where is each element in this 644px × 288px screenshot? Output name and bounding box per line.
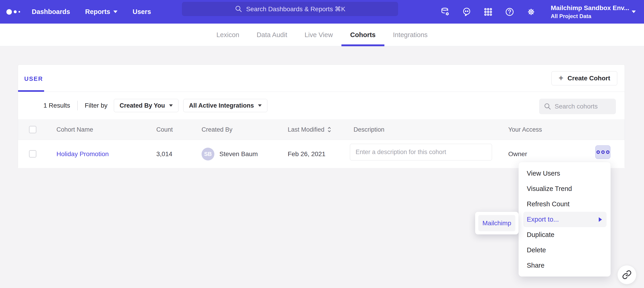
cohort-count: 3,014 [156,151,172,158]
nav-item-dashboards[interactable]: Dashboards [32,8,70,16]
project-scope: All Project Data [551,13,626,20]
tab-integrations-label: Integrations [393,31,428,39]
project-switcher[interactable]: Mailchimp Sandbox Env... All Project Dat… [551,4,626,20]
tab-live-view-label: Live View [305,31,333,39]
search-icon [544,103,552,110]
menu-item-delete[interactable]: Delete [518,242,611,258]
tab-integrations[interactable]: Integrations [393,24,428,46]
col-count-label: Count [156,126,173,133]
created-by-filter-dropdown[interactable]: Created By You [114,99,178,112]
access-value: Owner [508,151,527,158]
created-by-name: Steven Baum [220,151,258,158]
col-count[interactable]: Count [156,119,173,140]
sort-icon [327,126,332,133]
chevron-down-icon [113,11,118,13]
active-tab-underline [18,90,44,92]
col-last-modified[interactable]: Last Modified [288,119,332,140]
panel-header: USER + Create Cohort [18,65,624,92]
row-more-actions-button[interactable] [595,145,610,159]
row-checkbox[interactable] [29,150,36,158]
feedback-icon[interactable] [462,7,472,17]
col-created-by[interactable]: Created By [202,119,232,140]
data-sources-icon[interactable] [440,7,450,17]
apps-grid-icon[interactable] [483,7,493,17]
chevron-down-icon [169,104,173,107]
create-cohort-button[interactable]: + Create Cohort [552,71,617,85]
created-by-cell: SB Steven Baum [202,140,258,168]
table-header: Cohort Name Count Created By Last Modifi… [18,119,624,140]
chevron-down-icon [258,104,262,107]
integrations-filter-label: All Active Integrations [189,102,254,109]
global-search-placeholder: Search Dashboards & Reports ⌘K [246,5,345,13]
project-chevron-down-icon[interactable] [632,11,636,13]
help-icon[interactable] [504,7,515,17]
mixpanel-logo-icon[interactable] [6,9,22,15]
col-cohort-name[interactable]: Cohort Name [56,119,93,140]
menu-item-duplicate[interactable]: Duplicate [518,227,611,242]
select-all-checkbox[interactable] [29,126,36,133]
filter-by-label: Filter by [85,102,108,109]
col-created-by-label: Created By [202,126,232,133]
col-cohort-name-label: Cohort Name [56,126,93,133]
search-icon [235,5,242,13]
global-search-input[interactable]: Search Dashboards & Reports ⌘K [182,2,398,16]
integrations-filter-dropdown[interactable]: All Active Integrations [183,99,268,112]
submenu-arrow-icon [599,217,602,222]
menu-item-refresh-count[interactable]: Refresh Count [518,196,611,212]
primary-nav: Dashboards Reports Users [32,8,151,16]
create-cohort-label: Create Cohort [568,75,610,82]
nav-item-reports[interactable]: Reports [85,8,118,16]
submenu-item-mailchimp[interactable]: Mailchimp [478,215,515,231]
link-icon [622,270,632,279]
last-modified-cell: Feb 26, 2021 [288,140,326,168]
avatar: SB [202,148,214,161]
nav-right-cluster: Mailchimp Sandbox Env... All Project Dat… [440,0,644,24]
cohort-search-box [539,99,616,114]
cohort-count-cell: 3,014 [156,140,172,168]
col-your-access[interactable]: Your Access [508,119,542,140]
ellipsis-icon [596,151,600,154]
menu-item-export-to[interactable]: Export to... [523,212,606,227]
menu-item-view-users[interactable]: View Users [518,166,611,181]
nav-item-users[interactable]: Users [132,8,151,16]
export-submenu: Mailchimp [475,212,518,234]
divider [77,101,78,110]
filter-toolbar: 1 Results Filter by Created By You All A… [18,92,624,119]
description-input[interactable] [350,144,492,161]
results-count: 1 Results [44,102,70,109]
section-tabs: Lexicon Data Audit Live View Cohorts Int… [0,24,644,46]
tab-user-cohorts[interactable]: USER [24,75,43,82]
cohort-search-input[interactable] [555,103,610,110]
col-last-modified-label: Last Modified [288,126,324,133]
tab-data-audit[interactable]: Data Audit [257,24,287,46]
settings-gear-icon[interactable] [526,7,536,17]
tab-lexicon-label: Lexicon [216,31,239,39]
nav-users-label: Users [132,8,151,16]
export-to-label: Export to... [527,216,559,223]
tab-cohorts[interactable]: Cohorts [350,24,376,46]
tab-cohorts-label: Cohorts [350,31,376,39]
col-description[interactable]: Description [354,119,384,140]
cohort-name-link[interactable]: Holiday Promotion [56,151,109,158]
tab-lexicon[interactable]: Lexicon [216,24,239,46]
nav-reports-label: Reports [85,8,110,16]
nav-dashboards-label: Dashboards [32,8,70,16]
last-modified-date: Feb 26, 2021 [288,151,326,158]
cohort-name-cell: Holiday Promotion [56,140,109,168]
plus-icon: + [558,74,563,82]
top-nav: Dashboards Reports Users Search Dashboar… [0,0,644,24]
tab-live-view[interactable]: Live View [305,24,333,46]
project-name: Mailchimp Sandbox Env... [551,4,626,12]
col-description-label: Description [354,126,384,133]
cohorts-panel: USER + Create Cohort 1 Results Filter by… [18,65,625,168]
menu-item-visualize-trend[interactable]: Visualize Trend [518,181,611,196]
menu-item-share[interactable]: Share [518,258,611,273]
copy-link-button[interactable] [617,265,636,284]
col-your-access-label: Your Access [508,126,542,133]
tab-data-audit-label: Data Audit [257,31,287,39]
row-context-menu: View Users Visualize Trend Refresh Count… [518,162,611,276]
created-by-filter-label: Created By You [120,102,165,109]
